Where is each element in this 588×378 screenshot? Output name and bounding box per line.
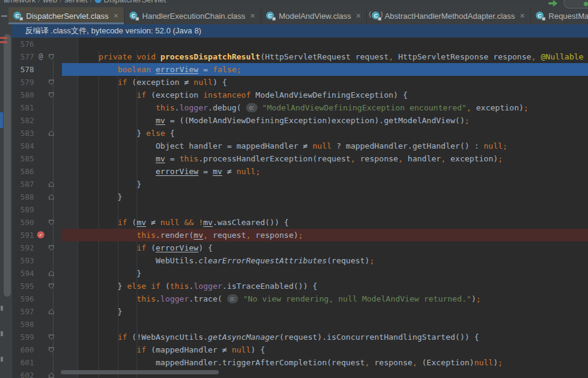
breakpoint-icon[interactable]: ✓ xyxy=(37,231,44,238)
code-token: , xyxy=(467,103,471,112)
line-number[interactable]: 592 xyxy=(12,241,34,254)
code-text[interactable]: WebUtils.clearErrorRequestAttributes(req… xyxy=(57,254,588,267)
line-number[interactable]: 598 xyxy=(12,318,34,331)
code-token: if xyxy=(118,332,132,342)
code-editor[interactable]: 576577@ private void processDispatchResu… xyxy=(12,38,588,378)
code-text[interactable]: if (exception ≠ null) { xyxy=(57,76,588,89)
lock-badge-icon xyxy=(542,17,545,21)
fold-marker-icon[interactable] xyxy=(49,92,54,98)
fold-marker-icon[interactable] xyxy=(49,271,54,276)
code-text[interactable]: } xyxy=(57,267,588,280)
gutter-mark-cell xyxy=(34,254,47,267)
breadcrumb-item[interactable]: web xyxy=(43,0,57,4)
fold-marker-icon[interactable] xyxy=(49,245,54,251)
code-token xyxy=(80,65,118,74)
code-text[interactable] xyxy=(57,203,588,216)
fold-cell xyxy=(47,343,57,356)
line-number[interactable]: 602 xyxy=(12,369,34,378)
editor-tab[interactable]: CHandlerExecutionChain.class× xyxy=(125,7,261,24)
line-number[interactable]: 581 xyxy=(12,101,34,114)
code-text[interactable]: mv = this.processHandlerException(reques… xyxy=(57,152,588,165)
editor-tab[interactable]: CAbstractHandlerMethodAdapter.class× xyxy=(367,7,531,24)
code-token: } xyxy=(80,180,142,189)
line-number[interactable]: 577 xyxy=(12,50,34,63)
line-number[interactable]: 579 xyxy=(12,76,34,89)
code-text[interactable]: if (!WebAsyncUtils.getAsyncManager(reque… xyxy=(57,331,588,343)
code-text[interactable]: } else if (this.logger.isTraceEnabled())… xyxy=(57,280,588,292)
code-text[interactable]: } xyxy=(57,178,588,191)
code-text[interactable]: this.logger.debug( o: "ModelAndViewDefin… xyxy=(57,101,588,114)
breadcrumb-item[interactable]: servlet xyxy=(64,0,87,4)
tool-window-handle[interactable] xyxy=(1,15,7,17)
code-text[interactable]: mv = ((ModelAndViewDefiningException)exc… xyxy=(57,114,588,127)
code-text[interactable]: if (exception instanceof ModelAndViewDef… xyxy=(57,89,588,101)
code-text[interactable]: Object handler = mappedHandler ≠ null ? … xyxy=(57,140,588,152)
code-text[interactable]: boolean errorView = false; xyxy=(57,63,588,76)
editor-tab[interactable]: CRequestMappingHandlerAda xyxy=(531,7,588,24)
fold-marker-icon[interactable] xyxy=(49,54,54,59)
vertical-scrollbar[interactable] xyxy=(4,34,11,297)
status-pill[interactable] xyxy=(564,0,588,8)
code-line: 586 errorView = mv ≠ null; xyxy=(12,165,588,178)
tab-close-icon[interactable]: × xyxy=(520,12,525,20)
gutter-mark-cell xyxy=(34,280,47,292)
line-number[interactable]: 588 xyxy=(12,191,34,203)
code-text[interactable]: if (mv ≠ null && !mv.wasCleared()) { xyxy=(57,216,588,229)
code-text[interactable]: mappedHandler.triggerAfterCompletion(req… xyxy=(57,356,588,369)
line-number[interactable]: 595 xyxy=(12,280,34,292)
line-number[interactable]: 600 xyxy=(12,343,34,356)
code-text[interactable]: private void processDispatchResult(HttpS… xyxy=(57,50,588,63)
code-text[interactable]: } else { xyxy=(57,127,588,140)
line-number[interactable]: 596 xyxy=(12,292,34,305)
line-number[interactable]: 599 xyxy=(12,331,34,343)
tab-close-icon[interactable]: × xyxy=(114,12,118,20)
tab-close-icon[interactable]: × xyxy=(356,12,361,20)
code-text[interactable]: } xyxy=(57,191,588,203)
fold-marker-icon[interactable] xyxy=(49,283,54,289)
line-number[interactable]: 593 xyxy=(12,254,34,267)
fold-marker-icon[interactable] xyxy=(49,194,54,200)
code-text[interactable]: if (errorView) { xyxy=(57,241,588,254)
fold-marker-icon[interactable] xyxy=(49,181,54,187)
line-number[interactable]: 583 xyxy=(12,127,34,140)
fold-marker-icon[interactable] xyxy=(49,373,54,378)
code-token: if xyxy=(118,218,132,227)
line-number[interactable]: 587 xyxy=(12,178,34,191)
line-number[interactable]: 580 xyxy=(12,89,34,101)
line-number[interactable]: 591 xyxy=(12,229,34,241)
editor-tab[interactable]: CDispatcherServlet.class× xyxy=(9,7,125,24)
code-line: 600 if (mappedHandler ≠ null) { xyxy=(12,343,588,356)
code-text[interactable]: errorView = mv ≠ null; xyxy=(57,165,588,178)
tab-close-icon[interactable]: × xyxy=(250,12,255,20)
gutter-mark-cell xyxy=(34,178,47,191)
line-number[interactable]: 597 xyxy=(12,305,34,318)
code-line: 597 } xyxy=(12,305,588,318)
code-text[interactable]: if (mappedHandler ≠ null) { xyxy=(57,343,588,356)
code-text[interactable] xyxy=(57,318,588,331)
breadcrumb-item[interactable]: DispatcherServlet xyxy=(104,0,166,4)
horizontal-scrollbar[interactable] xyxy=(61,370,219,374)
code-text[interactable]: this.render(mv, request, response); xyxy=(57,229,588,241)
line-number[interactable]: 601 xyxy=(12,356,34,369)
breadcrumb-item[interactable]: amework xyxy=(4,0,36,4)
line-number[interactable]: 589 xyxy=(12,203,34,216)
fold-marker-icon[interactable] xyxy=(49,79,54,85)
fold-marker-icon[interactable] xyxy=(49,220,54,225)
code-text[interactable] xyxy=(57,38,588,50)
fold-marker-icon[interactable] xyxy=(49,334,54,340)
line-number[interactable]: 586 xyxy=(12,165,34,178)
fold-marker-icon[interactable] xyxy=(49,130,54,136)
line-number[interactable]: 590 xyxy=(12,216,34,229)
fold-marker-icon[interactable] xyxy=(49,309,54,314)
line-number[interactable]: 576 xyxy=(12,38,34,50)
line-number[interactable]: 582 xyxy=(12,114,34,127)
line-number[interactable]: 594 xyxy=(12,267,34,280)
fold-marker-icon[interactable] xyxy=(49,347,54,353)
editor-tab[interactable]: CModelAndView.class× xyxy=(261,7,367,24)
code-text[interactable]: this.logger.trace( o: "No view rendering… xyxy=(57,292,588,305)
line-number[interactable]: 584 xyxy=(12,140,34,152)
line-number[interactable]: 578 xyxy=(12,63,34,76)
code-text[interactable]: } xyxy=(57,305,588,318)
line-number[interactable]: 585 xyxy=(12,152,34,165)
code-token: this xyxy=(137,231,156,240)
